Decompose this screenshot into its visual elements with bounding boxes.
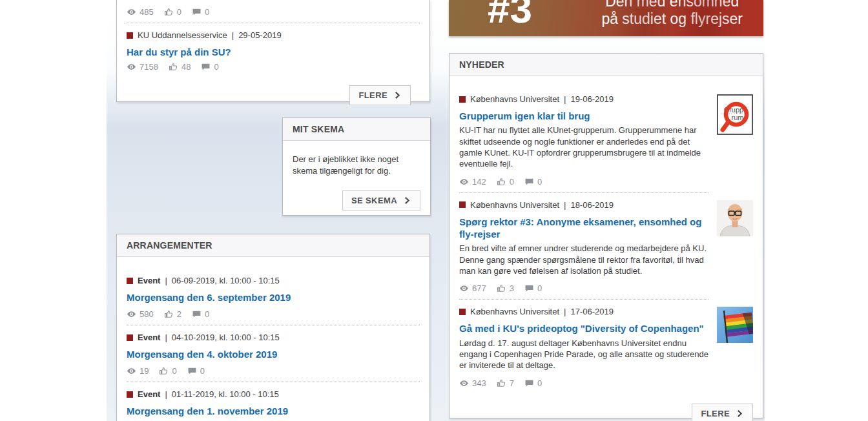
news-stats: 142 0 0	[459, 177, 708, 187]
banner-title-line1: Den med ensomhed	[601, 0, 743, 10]
see-schedule-button[interactable]: SE SKEMA	[342, 190, 420, 211]
news-body-text: Lørdag d. 17. august deltager Københavns…	[459, 338, 708, 371]
separator: |	[564, 307, 566, 316]
eye-icon	[127, 7, 136, 17]
separator: |	[564, 94, 566, 104]
views-count: 580	[140, 309, 154, 319]
news-card-title: NYHEDER	[450, 54, 763, 76]
comment-icon	[187, 366, 197, 376]
page: 485 0 0 KU Uddannelsesservice | 29-05-20…	[0, 0, 868, 421]
comments-stat: 0	[201, 62, 218, 72]
views-count: 485	[140, 7, 154, 17]
views-stat: 580	[127, 309, 154, 319]
event-meta: Event | 01-11-2019, kl. 10:00 - 10:15	[127, 389, 420, 399]
news-thumbnail-pride-flag[interactable]	[717, 307, 753, 393]
date-label: 29-05-2019	[238, 30, 282, 40]
feed-prev-item-stats: 485 0 0	[127, 7, 420, 17]
views-count: 677	[472, 283, 486, 293]
event-list-item: Event | 01-11-2019, kl. 10:00 - 10:15 Mo…	[127, 389, 420, 421]
banner-title: Den med ensomhed på studiet og flyrejser	[601, 0, 743, 28]
comments-count: 0	[205, 309, 209, 319]
eye-icon	[459, 177, 469, 187]
likes-stat: 3	[497, 283, 514, 293]
comments-count: 0	[200, 366, 205, 376]
category-square-icon	[127, 334, 133, 341]
event-list-item: Event | 06-09-2019, kl. 10:00 - 10:15 Mo…	[127, 276, 420, 325]
news-more-button[interactable]: FLERE	[692, 404, 753, 421]
events-card: ARRANGEMENTER Event | 06-09-2019, kl. 10…	[116, 234, 430, 421]
comments-stat: 0	[187, 366, 205, 376]
comment-icon	[192, 7, 202, 17]
schedule-card-title: MIT SKEMA	[283, 118, 430, 141]
feed-item-meta: KU Uddannelsesservice | 29-05-2019	[127, 30, 420, 40]
campaign-banner[interactable]: #3 Den med ensomhed på studiet og flyrej…	[449, 0, 763, 36]
news-title-link[interactable]: Gå med i KU's prideoptog "Diversity of C…	[459, 322, 704, 334]
chevron-right-icon	[403, 196, 411, 205]
likes-count: 0	[510, 177, 514, 187]
thumbs-up-icon	[164, 7, 174, 17]
news-card: NYHEDER Københavns Universitet | 19-06-2…	[449, 53, 763, 418]
thumbs-up-icon	[497, 177, 506, 187]
divider	[459, 299, 708, 300]
event-list-item: Event | 04-10-2019, kl. 10:00 - 10:15 Mo…	[127, 333, 420, 382]
banner-number: #3	[488, 0, 532, 29]
comments-stat: 0	[192, 7, 209, 17]
comment-icon	[524, 378, 534, 388]
likes-count: 48	[181, 62, 191, 72]
news-title-link[interactable]: Grupperum igen klar til brug	[459, 110, 590, 122]
event-datetime: 06-09-2019, kl. 10:00 - 10:15	[172, 276, 280, 285]
event-datetime: 04-10-2019, kl. 10:00 - 10:15	[172, 333, 280, 342]
views-count: 142	[472, 177, 486, 187]
views-count: 19	[140, 366, 149, 376]
banner-title-line2: på studiet og flyrejser	[601, 10, 743, 28]
event-datetime: 01-11-2019, kl. 10:00 - 10:15	[172, 389, 279, 399]
category-square-icon	[459, 309, 466, 315]
separator: |	[165, 333, 167, 342]
date-label: 19-06-2019	[570, 94, 614, 104]
likes-count: 2	[177, 309, 181, 319]
event-title-link[interactable]: Morgensang den 6. september 2019	[127, 291, 291, 303]
comments-stat: 0	[524, 378, 542, 388]
comments-stat: 0	[524, 283, 542, 293]
event-title-link[interactable]: Morgensang den 4. oktober 2019	[127, 348, 277, 360]
separator: |	[165, 389, 167, 399]
feed-item-title-link[interactable]: Har du styr på din SU?	[127, 46, 231, 58]
thumbs-up-icon	[169, 62, 178, 72]
likes-stat: 7	[497, 378, 514, 388]
likes-count: 7	[510, 378, 514, 388]
chevron-right-icon	[393, 91, 402, 99]
views-stat: 142	[459, 177, 486, 187]
likes-stat: 0	[159, 366, 176, 376]
separator: |	[165, 276, 167, 285]
feed-card: 485 0 0 KU Uddannelsesservice | 29-05-20…	[116, 0, 430, 102]
date-label: 17-06-2019	[570, 307, 614, 316]
feed-item-stats: 7158 48 0	[127, 62, 420, 72]
event-type-label: Event	[138, 333, 160, 342]
likes-count: 0	[172, 366, 176, 376]
thumbs-up-icon	[164, 309, 174, 319]
thumbs-up-icon	[497, 283, 506, 293]
category-square-icon	[127, 391, 133, 398]
likes-stat: 0	[497, 177, 514, 187]
eye-icon	[127, 366, 136, 376]
eye-icon	[459, 378, 469, 388]
views-count: 343	[472, 378, 486, 388]
news-stats: 677 3 0	[459, 283, 708, 293]
feed-more-button[interactable]: FLERE	[349, 85, 411, 105]
separator: |	[564, 200, 566, 210]
category-square-icon	[127, 32, 133, 39]
news-stats: 343 7 0	[459, 378, 708, 388]
news-thumbnail-grupperum[interactable]: Gruppe rum	[717, 94, 753, 200]
comment-icon	[192, 309, 202, 319]
news-title-link[interactable]: Spørg rektor #3: Anonyme eksamener, enso…	[459, 216, 708, 240]
divider	[459, 192, 708, 193]
views-stat: 19	[127, 366, 149, 376]
event-type-label: Event	[138, 389, 160, 399]
event-title-link[interactable]: Morgensang den 1. november 2019	[127, 405, 288, 417]
banner-content: #3 Den med ensomhed på studiet og flyrej…	[449, 0, 763, 29]
source-label: Københavns Universitet	[470, 307, 559, 316]
news-thumbnail-rector[interactable]	[717, 200, 753, 307]
news-list-item: Københavns Universitet | 17-06-2019 Gå m…	[459, 307, 753, 393]
event-stats: 580 2 0	[127, 309, 420, 319]
more-button-label: FLERE	[701, 409, 730, 418]
